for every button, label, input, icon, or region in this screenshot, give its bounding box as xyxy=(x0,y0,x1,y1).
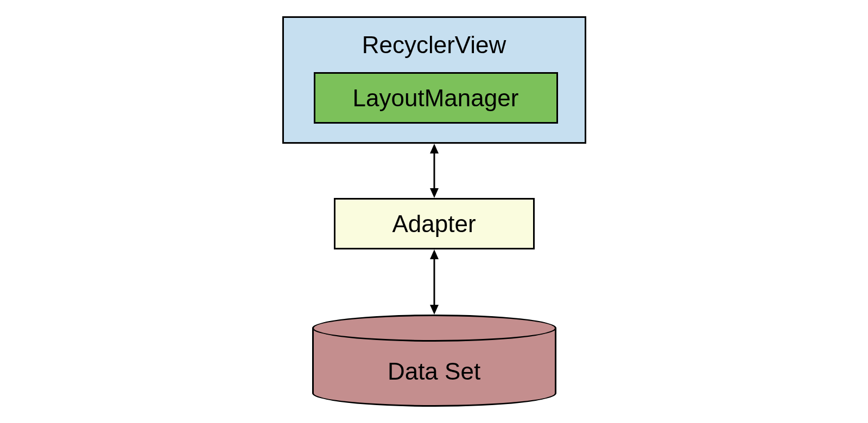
layoutmanager-box: LayoutManager xyxy=(314,72,558,124)
arrow-adapter-dataset xyxy=(426,249,442,315)
svg-marker-1 xyxy=(430,144,439,153)
dataset-cylinder: Data Set xyxy=(312,315,556,407)
svg-marker-2 xyxy=(430,188,439,198)
adapter-label: Adapter xyxy=(392,210,476,238)
dataset-label: Data Set xyxy=(312,358,556,385)
cylinder-top xyxy=(312,315,556,342)
svg-marker-5 xyxy=(430,305,439,315)
arrow-recyclerview-adapter xyxy=(426,144,442,198)
adapter-box: Adapter xyxy=(334,198,535,249)
architecture-diagram: RecyclerView LayoutManager Adapter Data … xyxy=(282,16,586,407)
svg-marker-4 xyxy=(430,249,439,259)
recyclerview-container: RecyclerView LayoutManager xyxy=(282,16,586,144)
layoutmanager-label: LayoutManager xyxy=(353,85,519,112)
recyclerview-label: RecyclerView xyxy=(284,31,585,59)
